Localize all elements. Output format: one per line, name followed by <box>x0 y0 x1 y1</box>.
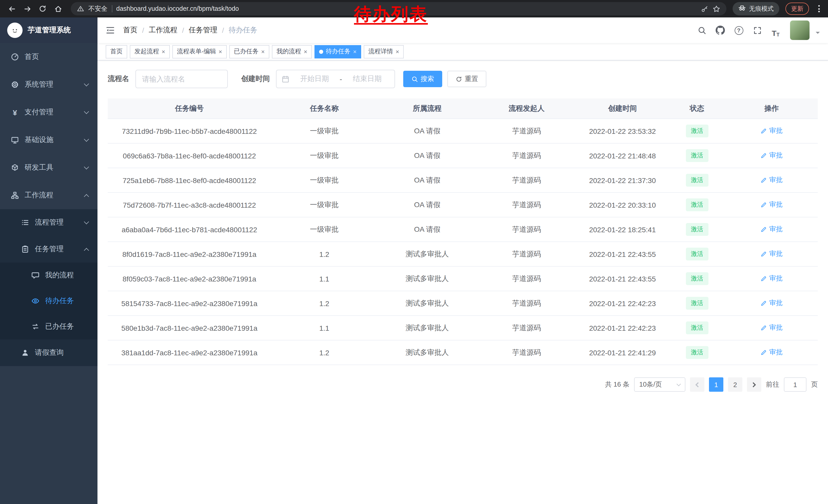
table-row: 73211d9d-7b9b-11ec-b5b7-acde48001122 一级审… <box>108 119 818 144</box>
tab-process-detail[interactable]: 流程详情× <box>364 45 404 58</box>
status-badge: 激活 <box>686 125 708 137</box>
cell-status: 激活 <box>669 174 726 187</box>
breadcrumb-home[interactable]: 首页 <box>123 26 137 35</box>
fullscreen-icon[interactable] <box>750 23 764 37</box>
start-date-placeholder: 开始日期 <box>292 74 336 84</box>
approve-link[interactable]: 审批 <box>760 348 783 357</box>
approve-link[interactable]: 审批 <box>760 299 783 308</box>
breadcrumb-task-management[interactable]: 任务管理 <box>189 26 217 35</box>
update-button[interactable]: 更新 <box>785 3 809 15</box>
collapse-sidebar-icon[interactable] <box>106 26 115 35</box>
search-button[interactable]: 搜索 <box>403 71 442 87</box>
sidebar-item-workflow[interactable]: 工作流程 <box>0 182 97 209</box>
sidebar-item-leave-query[interactable]: 请假查询 <box>0 339 97 366</box>
cell-status: 激活 <box>669 125 726 137</box>
logo-avatar <box>7 22 23 38</box>
sidebar-item-todo-tasks[interactable]: 待办任务 <box>0 288 97 314</box>
page-size-select[interactable]: 10条/页 <box>634 377 686 392</box>
cell-action: 审批 <box>726 200 818 210</box>
tab-home[interactable]: 首页 <box>106 45 127 58</box>
key-icon[interactable] <box>701 5 708 12</box>
cell-process: 测试多审批人 <box>378 249 477 259</box>
sidebar-item-infrastructure[interactable]: 基础设施 <box>0 126 97 154</box>
home-icon[interactable] <box>51 2 65 15</box>
refresh-icon[interactable] <box>36 2 49 15</box>
tab-my-processes[interactable]: 我的流程× <box>272 45 312 58</box>
forward-icon[interactable] <box>20 2 34 15</box>
process-name-input[interactable] <box>135 70 228 88</box>
cell-starter: 芋道源码 <box>477 176 576 185</box>
active-dot <box>319 49 323 54</box>
approve-link[interactable]: 审批 <box>760 323 783 332</box>
close-icon[interactable]: × <box>304 48 307 55</box>
date-range-picker[interactable]: 开始日期 - 结束日期 <box>276 70 395 88</box>
breadcrumb-workflow[interactable]: 工作流程 <box>149 26 177 35</box>
cell-starter: 芋道源码 <box>477 200 576 210</box>
page-button-2[interactable]: 2 <box>728 377 742 392</box>
close-icon[interactable]: × <box>162 48 165 55</box>
cell-task-id: 069c6a63-7b8a-11ec-8ef0-acde48001122 <box>108 151 271 160</box>
cell-action: 审批 <box>726 151 818 161</box>
breadcrumb-separator: / <box>142 26 144 34</box>
approve-link[interactable]: 审批 <box>760 225 783 234</box>
status-badge: 激活 <box>686 321 708 334</box>
sidebar-item-task-management[interactable]: 任务管理 <box>0 236 97 263</box>
sidebar-item-done-tasks[interactable]: 已办任务 <box>0 314 97 339</box>
reset-button[interactable]: 重置 <box>447 71 486 87</box>
cell-created: 2022-01-21 22:43:55 <box>576 275 669 283</box>
sidebar-item-system[interactable]: 系统管理 <box>0 71 97 98</box>
cell-created: 2022-01-21 22:41:29 <box>576 349 669 357</box>
cell-task-id: a6aba0a4-7b6d-11ec-b781-acde48001122 <box>108 225 271 234</box>
close-icon[interactable]: × <box>261 48 265 55</box>
cell-status: 激活 <box>669 223 726 236</box>
avatar[interactable] <box>790 20 810 40</box>
close-icon[interactable]: × <box>353 48 357 55</box>
sidebar-item-label: 待办任务 <box>45 296 88 306</box>
sidebar-item-payment[interactable]: ¥ 支付管理 <box>0 98 97 126</box>
table-row: a6aba0a4-7b6d-11ec-b781-acde48001122 一级审… <box>108 217 818 242</box>
tab-todo-tasks[interactable]: 待办任务× <box>315 45 361 58</box>
cell-starter: 芋道源码 <box>477 348 576 357</box>
next-page-button[interactable] <box>747 377 761 392</box>
approve-link[interactable]: 审批 <box>760 151 783 160</box>
address-divider <box>112 5 112 12</box>
browser-menu-icon[interactable] <box>815 5 823 12</box>
prev-page-button[interactable] <box>690 377 704 392</box>
calendar-icon <box>282 75 289 83</box>
table-row: 725a1eb6-7b88-11ec-8ef0-acde48001122 一级审… <box>108 168 818 193</box>
navbar-tools: ? TT <box>695 20 820 40</box>
cell-status: 激活 <box>669 248 726 261</box>
avatar-caret-icon[interactable] <box>816 32 820 36</box>
close-icon[interactable]: × <box>218 48 222 55</box>
approve-link[interactable]: 审批 <box>760 176 783 185</box>
goto-page-input[interactable] <box>784 377 806 392</box>
app-logo[interactable]: 芋道管理系统 <box>0 17 97 43</box>
tab-process-form-edit[interactable]: 流程表单-编辑× <box>172 45 227 58</box>
tab-start-process[interactable]: 发起流程× <box>130 45 170 58</box>
sidebar-item-home[interactable]: 首页 <box>0 43 97 71</box>
close-icon[interactable]: × <box>396 48 399 55</box>
approve-link[interactable]: 审批 <box>760 249 783 259</box>
search-icon[interactable] <box>695 23 709 37</box>
github-icon[interactable] <box>713 23 728 37</box>
approve-link[interactable]: 审批 <box>760 274 783 283</box>
back-icon[interactable] <box>5 2 18 15</box>
cell-created: 2022-01-22 20:33:10 <box>576 201 669 209</box>
col-process: 所属流程 <box>378 104 477 113</box>
cell-task-name: 一级审批 <box>271 225 378 234</box>
cell-starter: 芋道源码 <box>477 323 576 332</box>
approve-link[interactable]: 审批 <box>760 200 783 210</box>
sidebar-item-my-processes[interactable]: 我的流程 <box>0 263 97 288</box>
page-button-1[interactable]: 1 <box>709 377 723 392</box>
tab-done-tasks[interactable]: 已办任务× <box>229 45 269 58</box>
filter-bar: 流程名 创建时间 开始日期 - 结束日期 搜索 <box>108 70 818 88</box>
workflow-icon <box>10 191 19 199</box>
help-icon[interactable]: ? <box>732 23 746 37</box>
font-size-icon[interactable]: TT <box>769 23 783 37</box>
star-icon[interactable] <box>713 5 720 12</box>
cell-action: 审批 <box>726 348 818 357</box>
sidebar-item-devtools[interactable]: 研发工具 <box>0 154 97 182</box>
approve-link[interactable]: 审批 <box>760 126 783 136</box>
sidebar-item-process-management[interactable]: 流程管理 <box>0 209 97 236</box>
cell-task-name: 一级审批 <box>271 126 378 136</box>
